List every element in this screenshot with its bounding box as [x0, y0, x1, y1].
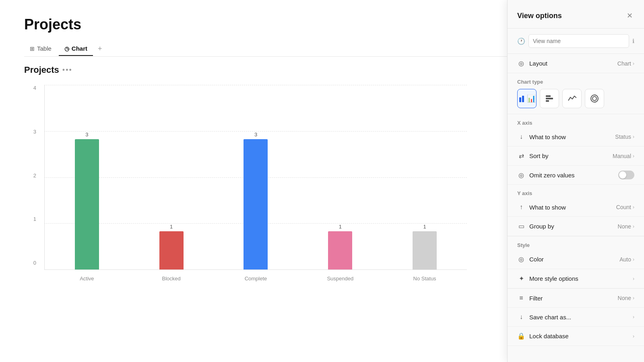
omit-zero-row: ◎ Omit zero values — [508, 166, 644, 184]
bar-suspended-label: Suspended — [327, 276, 353, 282]
more-style-icon: ✦ — [517, 275, 525, 282]
lock-db-chevron-icon: › — [633, 333, 634, 339]
save-chart-row[interactable]: ↓ Save chart as... › — [508, 308, 644, 327]
y-what-label: What to show — [529, 204, 566, 211]
bar-blocked-rect — [159, 231, 184, 269]
layout-row[interactable]: ◎ Layout Chart › — [508, 54, 644, 73]
color-value: Auto — [619, 256, 631, 263]
y-what-chevron-icon: › — [633, 204, 634, 210]
x-what-to-show-row[interactable]: ↓ What to show Status › — [508, 128, 644, 146]
filter-value: None — [618, 295, 631, 301]
section-title: Projects — [24, 65, 59, 75]
layout-value: Chart — [617, 60, 631, 67]
chart-tab-icon: ◷ — [64, 45, 69, 52]
bar-active-value: 3 — [85, 132, 88, 138]
y-group-by-row[interactable]: ▭ Group by None › — [508, 217, 644, 236]
x-sort-chevron-icon: › — [633, 153, 634, 159]
x-axis-section: X axis ↓ What to show Status › ⇄ Sort by… — [508, 114, 644, 185]
panel-header: View options ✕ — [508, 0, 644, 29]
svg-rect-5 — [546, 100, 549, 102]
tab-chart-label: Chart — [72, 45, 87, 52]
tab-chart[interactable]: ◷ Chart — [59, 42, 93, 56]
close-panel-button[interactable]: ✕ — [625, 10, 634, 22]
chart-type-bar-h-button[interactable] — [540, 89, 559, 108]
bar-suspended: 1 Suspended — [310, 85, 370, 269]
lock-db-row[interactable]: 🔒 Lock database › — [508, 327, 644, 346]
y-label-2: 2 — [24, 173, 36, 179]
y-axis-labels: 0 1 2 3 4 — [24, 85, 36, 270]
omit-zero-label: Omit zero values — [529, 172, 575, 179]
chart-type-label: Chart type — [517, 79, 634, 85]
bar-blocked: 1 Blocked — [141, 85, 202, 269]
y-group-label: Group by — [529, 223, 554, 230]
tab-table[interactable]: ⊞ Table — [24, 42, 57, 56]
chart-type-line-button[interactable] — [562, 89, 582, 108]
bar-h-chart-icon — [545, 94, 554, 103]
lock-icon: 🔒 — [517, 332, 525, 340]
bar-suspended-rect — [328, 231, 352, 269]
tab-table-label: Table — [37, 45, 52, 52]
y-axis-label: Y axis — [508, 185, 644, 198]
line-chart-icon — [568, 94, 576, 103]
save-chart-chevron-icon: › — [633, 314, 634, 320]
omit-icon: ◎ — [517, 171, 525, 179]
y-label-3: 3 — [24, 129, 36, 135]
table-icon: ⊞ — [30, 45, 35, 52]
x-sort-by-row[interactable]: ⇄ Sort by Manual › — [508, 146, 644, 166]
chart-type-bar-button[interactable]: 📊 — [517, 89, 537, 108]
section-options-button[interactable]: ••• — [62, 66, 72, 74]
more-style-label: More style options — [529, 275, 578, 282]
add-tab-button[interactable]: + — [95, 41, 105, 56]
chart-bars: 3 Active 1 Blocked 3 Complete 1 Suspende… — [44, 85, 467, 270]
bar-suspended-value: 1 — [339, 224, 342, 230]
bar-complete-label: Complete — [245, 276, 267, 282]
bar-active-label: Active — [80, 276, 94, 282]
clock-icon: 🕐 — [517, 37, 525, 45]
x-sort-value: Manual — [613, 153, 631, 159]
more-style-row[interactable]: ✦ More style options › — [508, 269, 644, 288]
y-what-to-show-row[interactable]: ↑ What to show Count › — [508, 198, 644, 217]
bar-no-status-label: No Status — [413, 276, 436, 282]
y-label-0: 0 — [24, 260, 36, 266]
bar-complete: 3 Complete — [226, 85, 286, 269]
x-axis-label: X axis — [508, 114, 644, 128]
filter-row[interactable]: ≡ Filter None › — [508, 289, 644, 308]
svg-rect-0 — [519, 97, 521, 102]
group-icon: ▭ — [517, 222, 525, 230]
view-name-input[interactable] — [528, 34, 629, 48]
svg-point-7 — [592, 97, 597, 101]
svg-rect-4 — [546, 98, 553, 99]
x-what-chevron-icon: › — [633, 134, 634, 140]
bar-active-rect — [75, 139, 99, 269]
bar-chart-icon — [518, 94, 527, 103]
layout-right: Chart › — [617, 60, 634, 67]
filter-panel-icon: ≡ — [517, 294, 525, 302]
color-icon: ◎ — [517, 255, 525, 263]
view-name-row: 🕐 ℹ — [508, 29, 644, 54]
chart-type-section: Chart type 📊 — [508, 73, 644, 114]
omit-zero-toggle-thumb — [619, 171, 626, 179]
x-sort-label: Sort by — [529, 152, 549, 159]
bar-active: 3 Active — [57, 85, 117, 269]
y-group-value: None — [618, 223, 631, 230]
layout-left: ◎ Layout — [517, 60, 547, 67]
svg-point-6 — [591, 95, 598, 102]
bar-no-status-value: 1 — [423, 224, 426, 230]
color-row[interactable]: ◎ Color Auto › — [508, 250, 644, 269]
lock-db-label: Lock database — [529, 333, 569, 339]
more-style-chevron-icon: › — [633, 276, 634, 282]
x-what-label: What to show — [529, 134, 566, 140]
sort-icon: ⇄ — [517, 152, 525, 160]
y-label-4: 4 — [24, 85, 36, 91]
y-what-icon: ↑ — [517, 204, 525, 211]
view-options-panel: View options ✕ 🕐 ℹ ◎ Layout Chart › Char… — [507, 0, 644, 362]
panel-title: View options — [517, 12, 562, 20]
omit-zero-toggle[interactable] — [618, 171, 634, 179]
svg-rect-3 — [546, 95, 551, 97]
y-group-chevron-icon: › — [633, 224, 634, 229]
info-icon: ℹ — [632, 38, 634, 44]
filter-label: Filter — [529, 295, 543, 302]
chart-type-donut-button[interactable] — [585, 89, 604, 108]
bar-no-status: 1 No Status — [394, 85, 455, 269]
chart-type-buttons: 📊 — [517, 89, 634, 108]
